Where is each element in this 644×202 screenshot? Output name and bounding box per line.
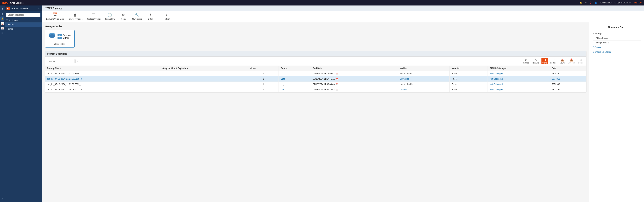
backups-search-input[interactable] — [47, 59, 74, 63]
table-row[interactable]: ora_01_07-18-2024_11.09.08.6002_0 1 Data… — [45, 87, 586, 92]
cell-rman-cataloged: Not Cataloged — [488, 87, 550, 92]
unmount-icon: 📥 — [570, 58, 573, 62]
rename-button[interactable]: ✎ Rename — [532, 58, 540, 64]
backups-tbody: ora_01_07-18-2024_11.17.20.8165_1 1 Log … — [45, 71, 586, 92]
backups-stat-label: Backups — [63, 34, 71, 36]
unmount-button[interactable]: 📥 Unmount — [567, 58, 576, 64]
cell-backup-name[interactable]: ora_01_07-18-2024_11.09.08.6002_1 — [45, 82, 160, 87]
close-button[interactable]: × — [640, 7, 641, 10]
unmount-label: Unmount — [568, 62, 575, 64]
modify-label: Modify — [121, 18, 126, 20]
username-label[interactable]: administrator — [600, 2, 612, 4]
calendar-icon[interactable]: 📅 — [336, 73, 338, 75]
backups-search: ▼ — [47, 59, 80, 63]
cell-verified: Not Applicable — [398, 71, 450, 76]
admin-label: SnapCenterAdmin — [614, 2, 631, 4]
database-icon — [48, 32, 56, 41]
icon-sidebar: ❮ ⊞ 🔒 📊 📈 ☰ ⚠ — [0, 6, 5, 202]
backup-to-object-label: Backup to Object Store — [46, 18, 64, 20]
table-row[interactable]: ora_01_07-18-2024_11.17.20.8165_1 1 Log … — [45, 71, 586, 76]
right-panel: Summary Card 4 Backups 2 Data Backups 2 … — [589, 22, 644, 202]
mount-button[interactable]: 📤 Mount — [559, 58, 566, 64]
sidebar-item-reports[interactable]: 📈 — [0, 26, 4, 30]
nav-col-name: Name — [12, 19, 18, 22]
cell-backup-name[interactable]: ora_01_07-18-2024_11.09.08.6002_0 — [45, 87, 160, 92]
calendar-icon[interactable]: 📅 — [336, 89, 338, 91]
summary-snapshots-locked[interactable]: 0 Snapshots Locked — [593, 50, 640, 54]
col-backup-name: Backup Name — [45, 66, 160, 71]
table-row[interactable]: ora_01_07-18-2024_11.09.08.6002_1 1 Log … — [45, 82, 586, 87]
sidebar-item-settings[interactable]: ☰ — [0, 31, 4, 35]
summary-clones[interactable]: 0 Clones — [593, 45, 640, 50]
delete-button[interactable]: 🗑 Delete — [577, 58, 584, 64]
sidebar-item-alerts[interactable]: ⚠ — [0, 196, 4, 201]
mount-icon: 📤 — [560, 58, 564, 62]
restore-button[interactable]: ↶ Restore — [549, 58, 558, 64]
clone-label: Clone — [542, 62, 547, 64]
cell-count: 1 — [248, 71, 278, 76]
cell-count: 1 — [248, 82, 278, 87]
copies-stats: 4 Backups 0 Clones — [58, 34, 71, 39]
nav-config-icon[interactable]: ⚙ — [38, 7, 40, 10]
cell-type: Log — [278, 82, 311, 87]
clone-button[interactable]: ⊡ Clone — [542, 58, 548, 64]
cell-backup-name[interactable]: ora_01_07-18-2024_11.17.20.8165_1 — [45, 71, 160, 76]
local-copies-label: Local copies — [54, 43, 66, 45]
nav-item-ntap2[interactable]: NTAP2 — [5, 27, 42, 32]
remove-protection-button[interactable]: 🗑 Remove Protection — [66, 12, 84, 21]
calendar-icon[interactable]: 📅 — [336, 83, 338, 85]
sidebar-item-lock[interactable]: 🔒 — [0, 17, 4, 21]
refresh-button[interactable]: ↻ Refresh — [161, 12, 173, 21]
nav-list: NTAP1 NTAP2 — [5, 23, 42, 202]
backups-section: Primary Backup(s) ▼ ⊙ Catalog — [45, 51, 586, 92]
summary-title: Summary Card — [593, 26, 640, 29]
backup-to-object-button[interactable]: ☁ NEW Backup to Object Store — [45, 12, 65, 21]
cell-type: Data — [278, 87, 311, 92]
cell-scn: 2874313 — [550, 76, 586, 82]
cell-snapshot-lock — [160, 82, 248, 87]
database-settings-button[interactable]: ☰ Database Settings — [85, 12, 102, 21]
mail-icon[interactable]: ✉ — [585, 2, 586, 4]
pencil-icon: ✏ — [122, 13, 125, 17]
col-end-date: End Date — [311, 66, 398, 71]
catalog-icon: ⊙ — [525, 58, 527, 62]
nav-icon: ▶ — [6, 7, 10, 10]
col-mounted: Mounted — [450, 66, 488, 71]
back-up-now-button[interactable]: 🕐 Back up Now — [104, 12, 116, 21]
col-type[interactable]: Type ⇅ — [278, 66, 311, 71]
cell-verified: Unverified — [398, 87, 450, 92]
catalog-button[interactable]: ⊙ Catalog — [522, 58, 530, 64]
nav-table-header: ☰ ⚑ Name — [5, 19, 42, 23]
toolbar-divider — [159, 13, 159, 20]
cell-backup-name[interactable]: ora_01_07-18-2024_11.17.20.8165_0 — [45, 76, 160, 82]
backups-header: Primary Backup(s) — [45, 51, 586, 57]
help-icon[interactable]: ❓ — [589, 2, 592, 4]
nav-sidebar: ▶ Oracle Database ⚙ ☰ ⚑ Name NTAP1 NTAP2 — [5, 6, 42, 202]
cell-snapshot-lock — [160, 71, 248, 76]
cell-scn: 2873861 — [550, 87, 586, 92]
left-panel: Manage Copies — [42, 22, 589, 202]
sidebar-item-dashboard[interactable]: 📊 — [0, 21, 4, 25]
restore-label: Restore — [550, 62, 556, 64]
modify-button[interactable]: ✏ Modify — [118, 12, 130, 21]
signout-link[interactable]: Sign Out — [634, 2, 642, 4]
maintenance-button[interactable]: 🔧 Maintenance — [131, 12, 144, 21]
cell-scn: 2874360 — [550, 71, 586, 76]
calendar-icon[interactable]: 📅 — [336, 78, 338, 80]
sidebar-collapse-btn[interactable]: ❮ — [0, 7, 4, 11]
details-label: Details — [148, 18, 154, 20]
nav-header-icons: ☰ ⚑ — [6, 19, 10, 22]
table-row[interactable]: ora_01_07-18-2024_11.17.20.8165_0 1 Data… — [45, 76, 586, 82]
search-databases-input[interactable] — [6, 13, 40, 17]
backups-stat: 4 Backups — [58, 34, 71, 36]
cell-type: Data — [278, 76, 311, 82]
details-button[interactable]: ℹ Details — [145, 12, 157, 21]
clones-stat: 0 Clones — [58, 37, 71, 39]
top-nav: NetApp SnapCenter® 🔔 ✉ ❓ 👤 administrator… — [0, 0, 644, 6]
wrench-icon: 🔧 — [135, 13, 140, 17]
sidebar-item-grid[interactable]: ⊞ — [0, 12, 4, 16]
filter-button[interactable]: ▼ — [76, 59, 80, 63]
clock-icon: 🕐 — [108, 13, 112, 17]
notification-icon[interactable]: 🔔 — [580, 2, 582, 4]
nav-item-ntap1[interactable]: NTAP1 — [5, 23, 42, 27]
